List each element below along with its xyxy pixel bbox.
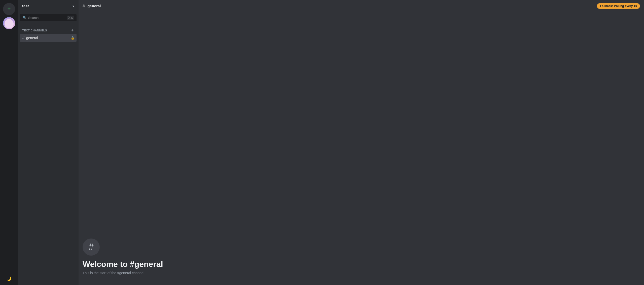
channel-item-general[interactable]: # general 🔒 [20, 34, 77, 42]
welcome-section: # Welcome to #general This is the start … [83, 234, 640, 279]
channel-name: general [26, 36, 38, 40]
k-key: K [71, 16, 73, 19]
channel-sidebar: test ∨ 🔍 Search ⌘ K TEXT CHANNELS + # ge… [18, 0, 79, 285]
fallback-badge: Fallback: Polling every 1s [597, 3, 640, 9]
chevron-down-icon: ∨ [72, 4, 75, 8]
cmd-key: ⌘ [68, 16, 71, 19]
channel-left: # general [22, 35, 38, 40]
server-rail: + [0, 0, 18, 285]
search-left: 🔍 Search [23, 16, 39, 20]
server-icon-test[interactable] [3, 17, 15, 29]
main-content: # general Fallback: Polling every 1s # W… [79, 0, 644, 285]
welcome-subtitle: This is the start of the #general channe… [83, 271, 640, 275]
top-bar: # general Fallback: Polling every 1s [79, 0, 644, 12]
lock-icon: 🔒 [71, 36, 75, 40]
text-channels-label: TEXT CHANNELS [22, 29, 47, 32]
search-label: Search [28, 16, 39, 20]
server-header[interactable]: test ∨ [18, 0, 79, 12]
add-server-button[interactable]: + [3, 3, 15, 15]
hash-icon: # [22, 35, 25, 40]
server-name: test [22, 4, 29, 8]
search-shortcut: ⌘ K [67, 16, 74, 20]
topbar-hash-icon: # [83, 3, 85, 9]
search-icon: 🔍 [23, 16, 27, 20]
topbar-channel-name: general [87, 4, 101, 8]
chat-area: # Welcome to #general This is the start … [79, 12, 644, 285]
welcome-title: Welcome to #general [83, 260, 640, 269]
welcome-hash-icon: # [83, 239, 100, 256]
search-bar[interactable]: 🔍 Search ⌘ K [20, 14, 77, 21]
moon-button[interactable]: 🌙 [6, 275, 13, 282]
add-channel-button[interactable]: + [70, 28, 75, 32]
text-channels-header[interactable]: TEXT CHANNELS + [20, 27, 77, 33]
top-bar-left: # general [83, 3, 101, 9]
text-channels-section: TEXT CHANNELS + # general 🔒 [18, 23, 79, 43]
